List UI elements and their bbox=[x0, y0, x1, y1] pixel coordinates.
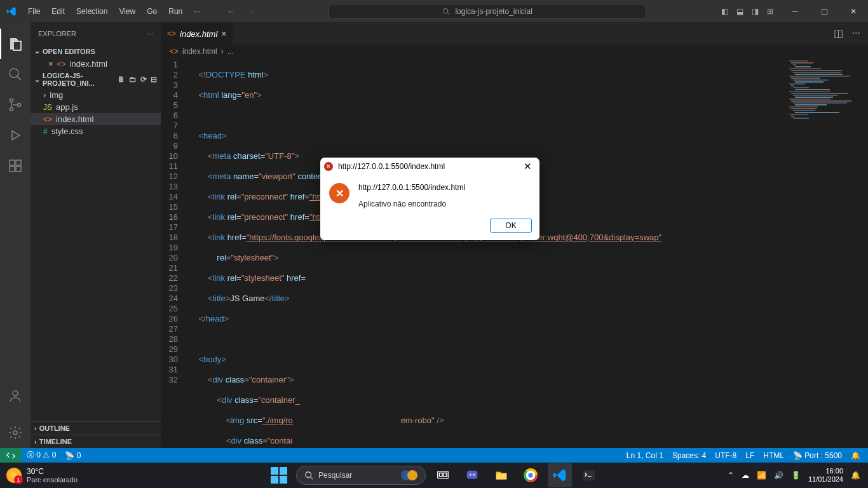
status-live-server[interactable]: 📡 Port : 5500 bbox=[793, 451, 842, 460]
menu-go[interactable]: Go bbox=[142, 4, 162, 18]
activity-explorer-icon[interactable] bbox=[0, 29, 31, 59]
svg-point-5 bbox=[10, 108, 13, 111]
timeline-section[interactable]: ›TIMELINE bbox=[31, 435, 161, 448]
svg-rect-26 bbox=[583, 470, 595, 481]
more-actions-icon[interactable]: ··· bbox=[852, 27, 860, 39]
status-cursor-position[interactable]: Ln 1, Col 1 bbox=[627, 451, 663, 460]
layout-sidebar-left-icon[interactable]: ◧ bbox=[719, 7, 729, 16]
html-file-icon: <> bbox=[170, 47, 179, 56]
status-problems[interactable]: ⓧ 0 ⚠ 0 bbox=[27, 450, 56, 461]
chevron-right-icon: › bbox=[34, 438, 37, 445]
window-maximize-icon[interactable]: ▢ bbox=[810, 0, 839, 22]
taskbar-weather-widget[interactable]: 1 30°C Parc ensolarado bbox=[0, 467, 78, 484]
activity-source-control-icon[interactable] bbox=[0, 90, 31, 120]
folder-img[interactable]: ›img bbox=[31, 89, 161, 101]
dialog-sub-text: Aplicativo não encontrado bbox=[358, 200, 465, 208]
status-ports[interactable]: 📡 0 bbox=[65, 451, 81, 460]
menu-view[interactable]: View bbox=[114, 4, 140, 18]
remote-indicator-icon[interactable] bbox=[0, 448, 22, 463]
taskbar-search[interactable]: Pesquisar bbox=[296, 466, 426, 485]
refresh-icon[interactable]: ⟳ bbox=[140, 75, 147, 84]
editor-tab-index[interactable]: <> index.html × bbox=[161, 22, 233, 44]
start-button[interactable] bbox=[267, 463, 291, 487]
window-close-icon[interactable]: ✕ bbox=[839, 0, 868, 22]
layout-panel-icon[interactable]: ⬓ bbox=[735, 7, 745, 16]
svg-point-19 bbox=[470, 474, 471, 476]
menu-selection[interactable]: Selection bbox=[71, 4, 112, 18]
svg-point-20 bbox=[473, 474, 475, 476]
file-style[interactable]: #style.css bbox=[31, 125, 161, 137]
status-eol[interactable]: LF bbox=[745, 451, 754, 460]
svg-line-14 bbox=[311, 477, 313, 480]
new-file-icon[interactable]: 🗎 bbox=[118, 75, 125, 84]
status-encoding[interactable]: UTF-8 bbox=[715, 451, 736, 460]
status-indentation[interactable]: Spaces: 4 bbox=[672, 451, 706, 460]
tray-volume-icon[interactable]: 🔊 bbox=[774, 471, 783, 480]
tray-onedrive-icon[interactable]: ☁ bbox=[742, 471, 749, 480]
explorer-more-icon[interactable]: ··· bbox=[147, 30, 153, 37]
outline-section[interactable]: ›OUTLINE bbox=[31, 421, 161, 435]
menu-overflow-icon[interactable]: ··· bbox=[189, 4, 205, 18]
breadcrumb[interactable]: <> index.html › ... bbox=[161, 44, 868, 58]
close-icon[interactable]: × bbox=[48, 59, 53, 69]
nav-back-icon[interactable]: ← bbox=[227, 7, 235, 16]
menu-bar: File Edit Selection View Go Run ··· bbox=[23, 4, 205, 18]
svg-point-0 bbox=[444, 8, 449, 13]
tray-notifications-icon[interactable]: 🔔 bbox=[851, 471, 860, 480]
taskbar-explorer-icon[interactable] bbox=[489, 463, 513, 487]
taskbar-clock[interactable]: 16:00 11/01/2024 bbox=[808, 467, 843, 484]
activity-search-icon[interactable] bbox=[0, 59, 31, 90]
chevron-down-icon: ⌄ bbox=[34, 76, 40, 84]
taskbar-chrome-icon[interactable] bbox=[519, 463, 543, 487]
taskbar-chat-icon[interactable] bbox=[460, 463, 484, 487]
menu-file[interactable]: File bbox=[23, 4, 45, 18]
close-tab-icon[interactable]: × bbox=[221, 29, 226, 39]
chevron-right-icon: › bbox=[34, 424, 37, 432]
file-appjs[interactable]: JSapp.js bbox=[31, 101, 161, 113]
activity-settings-icon[interactable] bbox=[0, 417, 31, 448]
status-language[interactable]: HTML bbox=[763, 451, 784, 460]
activity-debug-icon[interactable] bbox=[0, 120, 31, 151]
tray-battery-icon[interactable]: 🔋 bbox=[791, 471, 801, 480]
ok-button[interactable]: OK bbox=[490, 219, 532, 233]
tray-chevron-icon[interactable]: ⌃ bbox=[728, 471, 734, 480]
collapse-icon[interactable]: ⊟ bbox=[151, 75, 157, 84]
dialog-main-text: http://127.0.0.1:5500/index.html bbox=[358, 183, 465, 192]
menu-run[interactable]: Run bbox=[163, 4, 187, 18]
layout-customize-icon[interactable]: ⊞ bbox=[765, 7, 775, 16]
html-file-icon: <> bbox=[57, 60, 66, 69]
svg-point-13 bbox=[306, 472, 311, 478]
new-folder-icon[interactable]: 🗀 bbox=[129, 75, 137, 84]
taskbar-vscode-icon[interactable] bbox=[548, 463, 572, 487]
open-editor-tab[interactable]: × <> index.html bbox=[31, 58, 161, 70]
line-gutter: 1234567891011121314151617181920212223242… bbox=[161, 60, 189, 448]
open-editors-section[interactable]: ⌄ OPEN EDITORS bbox=[31, 44, 161, 58]
svg-rect-16 bbox=[440, 473, 443, 477]
activity-bar bbox=[0, 22, 31, 448]
dialog-close-icon[interactable]: ✕ bbox=[520, 161, 536, 172]
tray-wifi-icon[interactable]: 📶 bbox=[757, 471, 766, 480]
menu-edit[interactable]: Edit bbox=[46, 4, 70, 18]
js-file-icon: JS bbox=[43, 103, 52, 112]
window-minimize-icon[interactable]: ─ bbox=[780, 0, 810, 22]
split-editor-icon[interactable]: ◫ bbox=[834, 27, 843, 39]
project-header[interactable]: ⌄LOGICA-JS-PROJETO_INI... 🗎 🗀 ⟳ ⊟ bbox=[31, 70, 161, 89]
status-notifications-icon[interactable]: 🔔 bbox=[851, 451, 860, 460]
code-lines: <!DOCTYPE html> <html lang="en"> <head> … bbox=[189, 60, 868, 448]
activity-extensions-icon[interactable] bbox=[0, 151, 31, 181]
task-view-icon[interactable] bbox=[431, 463, 455, 487]
code-editor[interactable]: 1234567891011121314151617181920212223242… bbox=[161, 58, 868, 448]
command-center[interactable]: logica-js-projeto_inicial bbox=[255, 4, 719, 19]
chevron-down-icon: ⌄ bbox=[34, 47, 40, 55]
minimap[interactable] bbox=[789, 60, 859, 124]
taskbar-terminal-icon[interactable] bbox=[577, 463, 601, 487]
vscode-logo-icon bbox=[0, 6, 23, 17]
weather-temp: 30°C bbox=[27, 467, 78, 476]
activity-accounts-icon[interactable] bbox=[0, 381, 31, 411]
svg-point-12 bbox=[13, 431, 17, 435]
layout-sidebar-right-icon[interactable]: ◨ bbox=[750, 7, 760, 16]
svg-rect-8 bbox=[10, 166, 15, 172]
svg-point-4 bbox=[10, 99, 13, 102]
nav-forward-icon[interactable]: → bbox=[248, 7, 255, 16]
file-index[interactable]: <>index.html bbox=[31, 113, 161, 125]
